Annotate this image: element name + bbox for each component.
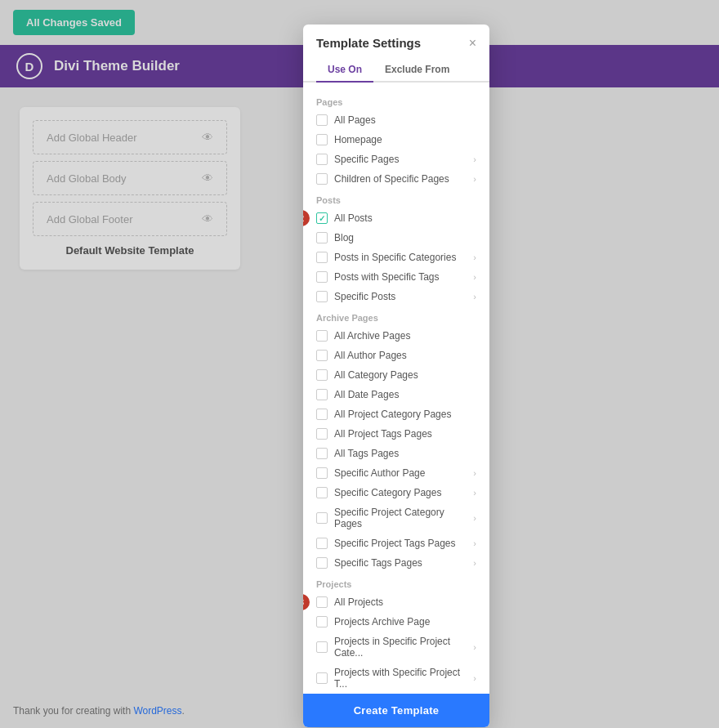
chevron-right-icon: ›: [473, 174, 476, 184]
checkbox[interactable]: [316, 252, 328, 263]
section-label-projects: Projects: [303, 573, 489, 592]
section-label-posts: Posts: [303, 189, 489, 208]
template-settings-modal: Template Settings × Use On Exclude From …: [303, 25, 489, 727]
list-item[interactable]: Specific Posts›: [303, 287, 489, 306]
list-item[interactable]: All Archive Pages: [303, 326, 489, 346]
checkbox[interactable]: [316, 350, 328, 361]
checkbox[interactable]: [316, 672, 328, 684]
checkbox[interactable]: [316, 232, 328, 243]
modal-tabs: Use On Exclude From: [303, 58, 489, 83]
list-item[interactable]: All Project Tags Pages: [303, 424, 489, 444]
list-item[interactable]: All Author Pages: [303, 346, 489, 365]
list-item[interactable]: Specific Category Pages›: [303, 483, 489, 502]
list-item[interactable]: Projects Archive Page: [303, 612, 489, 632]
item-label: Posts with Specific Tags: [334, 271, 473, 283]
list-item[interactable]: Posts with Specific Tags›: [303, 267, 489, 287]
item-label: All Project Tags Pages: [334, 428, 476, 440]
create-template-button[interactable]: Create Template: [303, 694, 489, 727]
checkbox[interactable]: [316, 212, 328, 224]
item-label: All Archive Pages: [334, 330, 476, 342]
item-label: All Tags Pages: [334, 448, 476, 459]
checkbox[interactable]: [316, 154, 328, 165]
list-item[interactable]: Children of Specific Pages›: [303, 169, 489, 189]
checkbox[interactable]: [316, 114, 328, 126]
list-item[interactable]: Specific Project Category Pages›: [303, 502, 489, 534]
modal-body: PagesAll PagesHomepageSpecific Pages›Chi…: [303, 83, 489, 694]
chevron-right-icon: ›: [473, 538, 476, 548]
checkbox[interactable]: [316, 271, 328, 283]
checkbox[interactable]: [316, 330, 328, 342]
list-item[interactable]: All Tags Pages: [303, 444, 489, 463]
modal-overlay: Template Settings × Use On Exclude From …: [0, 0, 719, 728]
checkbox[interactable]: [316, 409, 328, 420]
item-label: Projects with Specific Project T...: [334, 667, 473, 690]
chevron-right-icon: ›: [473, 252, 476, 262]
list-item[interactable]: 2All Posts: [303, 208, 489, 228]
item-label: Specific Project Category Pages: [334, 507, 473, 529]
item-label: All Category Pages: [334, 369, 476, 381]
chevron-right-icon: ›: [473, 488, 476, 498]
list-item[interactable]: All Date Pages: [303, 385, 489, 404]
item-label: Specific Author Page: [334, 467, 473, 479]
chevron-right-icon: ›: [473, 673, 476, 683]
checkbox[interactable]: [316, 616, 328, 628]
item-label: All Pages: [334, 114, 476, 126]
modal-close-button[interactable]: ×: [469, 37, 476, 50]
tab-use-on[interactable]: Use On: [316, 58, 373, 83]
checkbox[interactable]: [316, 557, 328, 569]
item-label: Specific Project Tags Pages: [334, 538, 473, 549]
list-item[interactable]: Specific Pages›: [303, 150, 489, 169]
list-item[interactable]: Homepage: [303, 130, 489, 150]
step-badge: 3: [303, 594, 310, 610]
list-item[interactable]: Specific Project Tags Pages›: [303, 534, 489, 553]
chevron-right-icon: ›: [473, 558, 476, 568]
item-label: Homepage: [334, 134, 476, 145]
checkbox[interactable]: [316, 369, 328, 381]
item-label: All Date Pages: [334, 389, 476, 400]
item-label: Specific Tags Pages: [334, 557, 473, 569]
section-label-pages: Pages: [303, 91, 489, 110]
item-label: Specific Posts: [334, 291, 473, 302]
checkbox[interactable]: [316, 134, 328, 145]
checkbox[interactable]: [316, 538, 328, 549]
list-item[interactable]: All Pages: [303, 110, 489, 130]
chevron-right-icon: ›: [473, 272, 476, 282]
item-label: Blog: [334, 232, 476, 243]
item-label: All Posts: [334, 212, 476, 224]
list-item[interactable]: Blog: [303, 228, 489, 248]
checkbox[interactable]: [316, 487, 328, 498]
list-item[interactable]: All Project Category Pages: [303, 404, 489, 424]
item-label: Specific Category Pages: [334, 487, 473, 498]
modal-footer: Create Template: [303, 694, 489, 727]
checkbox[interactable]: [316, 448, 328, 459]
item-label: All Projects: [334, 596, 476, 608]
item-label: Specific Pages: [334, 154, 473, 165]
checkbox[interactable]: [316, 173, 328, 185]
tab-exclude-from[interactable]: Exclude From: [373, 58, 461, 83]
chevron-right-icon: ›: [473, 642, 476, 652]
checkbox[interactable]: [316, 596, 328, 608]
checkbox[interactable]: [316, 389, 328, 400]
chevron-right-icon: ›: [473, 292, 476, 301]
list-item[interactable]: Posts in Specific Categories›: [303, 248, 489, 267]
modal-title: Template Settings: [316, 36, 421, 50]
checkbox[interactable]: [316, 641, 328, 653]
item-label: Posts in Specific Categories: [334, 252, 473, 263]
checkbox[interactable]: [316, 467, 328, 479]
chevron-right-icon: ›: [473, 468, 476, 478]
item-label: Projects in Specific Project Cate...: [334, 636, 473, 659]
list-item[interactable]: 3All Projects: [303, 592, 489, 612]
section-label-archive-pages: Archive Pages: [303, 306, 489, 326]
list-item[interactable]: Specific Author Page›: [303, 463, 489, 483]
item-label: Projects Archive Page: [334, 616, 476, 628]
list-item[interactable]: Projects with Specific Project T...›: [303, 663, 489, 694]
checkbox[interactable]: [316, 428, 328, 440]
checkbox[interactable]: [316, 512, 328, 524]
list-item[interactable]: Specific Tags Pages›: [303, 553, 489, 573]
item-label: Children of Specific Pages: [334, 173, 473, 185]
list-item[interactable]: All Category Pages: [303, 365, 489, 385]
modal-header: Template Settings ×: [303, 25, 489, 50]
list-item[interactable]: Projects in Specific Project Cate...›: [303, 632, 489, 663]
checkbox[interactable]: [316, 291, 328, 302]
chevron-right-icon: ›: [473, 513, 476, 523]
